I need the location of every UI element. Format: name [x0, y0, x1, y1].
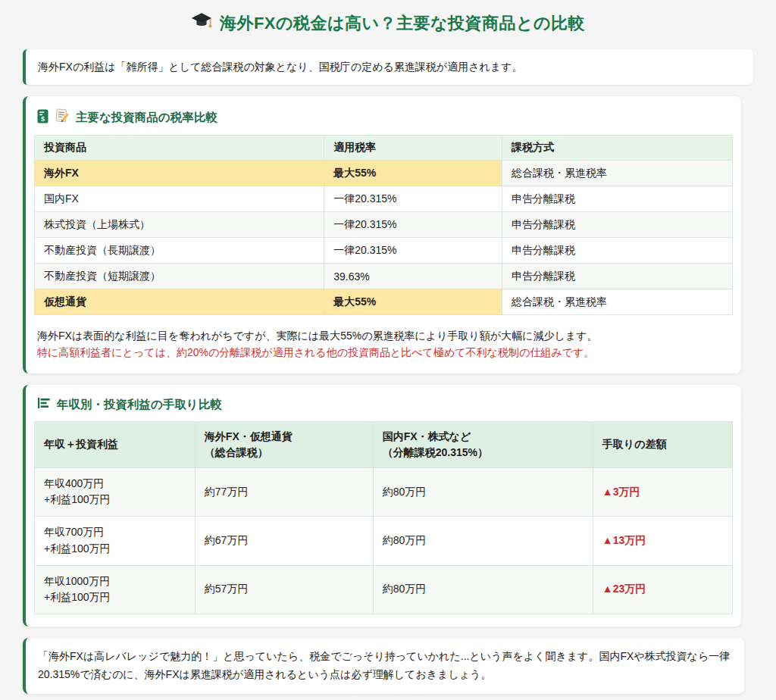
cell-rate: 最大55% — [324, 289, 502, 315]
cell-domestic: 約80万円 — [373, 565, 593, 614]
cell-diff: ▲3万円 — [593, 467, 732, 516]
cell-rate: 一律20.315% — [324, 186, 502, 212]
cell-method: 申告分離課税 — [502, 264, 733, 289]
table-row: 不動産投資（短期譲渡） 39.63% 申告分離課税 — [35, 264, 733, 289]
cell-domestic: 約80万円 — [373, 467, 593, 516]
bar-chart-icon — [37, 397, 51, 412]
section1-note-black: 海外FXは表面的な利益に目を奪われがちですが、実際には最大55%の累進税率により… — [37, 327, 730, 344]
section1-title: 主要な投資商品の税率比較 — [76, 110, 217, 126]
table-row: 不動産投資（長期譲渡） 一律20.315% 申告分離課税 — [35, 238, 733, 264]
section1-notes: 海外FXは表面的な利益に目を奪われがちですが、実際には最大55%の累進税率により… — [37, 327, 730, 361]
cell-product: 国内FX — [35, 186, 324, 212]
memo-pencil-icon — [55, 108, 70, 127]
col-domestic: 国内FX・株式など （分離課税20.315%） — [373, 421, 593, 467]
col-product: 投資商品 — [35, 136, 324, 161]
section1-header: $ 主要な投資商品の税率比較 — [34, 105, 733, 135]
intro-note-text: 海外FXの利益は「雑所得」として総合課税の対象となり、国税庁の定める累進課税が適… — [38, 61, 522, 73]
income-comparison-card: 年収別・投資利益の手取り比較 年収＋投資利益 海外FX・仮想通貨 （総合課税） … — [23, 385, 741, 627]
cell-diff: ▲13万円 — [593, 517, 732, 565]
cell-method: 申告分離課税 — [502, 212, 733, 238]
table-row: 年収700万円 +利益100万円 約67万円 約80万円 ▲13万円 — [35, 517, 733, 565]
page-title-text: 海外FXの税金は高い？主要な投資商品との比較 — [220, 12, 585, 35]
cell-product: 不動産投資（長期譲渡） — [35, 238, 324, 264]
tax-rate-table: 投資商品 適用税率 課税方式 海外FX 最大55% 総合課税・累進税率 国内FX… — [34, 135, 733, 315]
summary-note-text: 「海外FXは高レバレッジで魅力的！」と思っていたら、税金でごっそり持っていかれた… — [38, 650, 730, 680]
cell-rate: 一律20.315% — [324, 212, 502, 238]
section2-title: 年収別・投資利益の手取り比較 — [57, 397, 222, 413]
cell-income: 年収1000万円 +利益100万円 — [35, 565, 196, 614]
cell-rate: 最大55% — [324, 161, 502, 186]
table-row: 仮想通貨 最大55% 総合課税・累進税率 — [35, 289, 733, 315]
cell-product: 海外FX — [35, 161, 324, 186]
cell-product: 仮想通貨 — [35, 289, 324, 315]
cell-overseas: 約77万円 — [195, 467, 373, 516]
income-comparison-table: 年収＋投資利益 海外FX・仮想通貨 （総合課税） 国内FX・株式など （分離課税… — [34, 421, 733, 614]
cell-method: 総合課税・累進税率 — [502, 161, 733, 186]
table-row: 海外FX 最大55% 総合課税・累進税率 — [35, 161, 733, 186]
col-rate: 適用税率 — [324, 136, 502, 161]
income-table-header-row: 年収＋投資利益 海外FX・仮想通貨 （総合課税） 国内FX・株式など （分離課税… — [35, 421, 733, 467]
intro-note: 海外FXの利益は「雑所得」として総合課税の対象となり、国税庁の定める累進課税が適… — [23, 49, 753, 85]
section1-note-red: 特に高額利益者にとっては、約20%の分離課税が適用される他の投資商品と比べて極め… — [37, 344, 730, 361]
col-diff: 手取りの差額 — [593, 421, 732, 467]
table-row: 年収400万円 +利益100万円 約77万円 約80万円 ▲3万円 — [35, 467, 733, 516]
page-title: 海外FXの税金は高い？主要な投資商品との比較 — [0, 0, 776, 36]
col-income: 年収＋投資利益 — [35, 421, 196, 467]
svg-text:$: $ — [41, 114, 45, 122]
col-overseas: 海外FX・仮想通貨 （総合課税） — [195, 421, 373, 467]
receipt-dollar-icon: $ — [37, 109, 48, 127]
cell-product: 不動産投資（短期譲渡） — [35, 264, 324, 289]
cell-method: 総合課税・累進税率 — [502, 289, 733, 315]
graduation-cap-icon — [191, 11, 212, 36]
cell-income: 年収700万円 +利益100万円 — [35, 517, 196, 565]
cell-overseas: 約57万円 — [195, 565, 373, 614]
cell-rate: 一律20.315% — [324, 238, 502, 264]
cell-method: 申告分離課税 — [502, 238, 733, 264]
cell-income: 年収400万円 +利益100万円 — [35, 467, 196, 516]
cell-diff: ▲23万円 — [593, 565, 732, 614]
table-row: 国内FX 一律20.315% 申告分離課税 — [35, 186, 733, 212]
col-method: 課税方式 — [502, 136, 733, 161]
summary-note: 「海外FXは高レバレッジで魅力的！」と思っていたら、税金でごっそり持っていかれた… — [23, 638, 744, 694]
table-row: 年収1000万円 +利益100万円 約57万円 約80万円 ▲23万円 — [35, 565, 733, 614]
tax-rate-comparison-card: $ 主要な投資商品の税率比較 — [23, 96, 741, 373]
tax-rate-table-header-row: 投資商品 適用税率 課税方式 — [35, 136, 733, 161]
section2-header: 年収別・投資利益の手取り比較 — [34, 394, 733, 421]
table-row: 株式投資（上場株式） 一律20.315% 申告分離課税 — [35, 212, 733, 238]
cell-product: 株式投資（上場株式） — [35, 212, 324, 238]
cell-overseas: 約67万円 — [195, 517, 373, 565]
cell-method: 申告分離課税 — [502, 186, 733, 212]
cell-domestic: 約80万円 — [373, 517, 593, 565]
cell-rate: 39.63% — [324, 264, 502, 289]
